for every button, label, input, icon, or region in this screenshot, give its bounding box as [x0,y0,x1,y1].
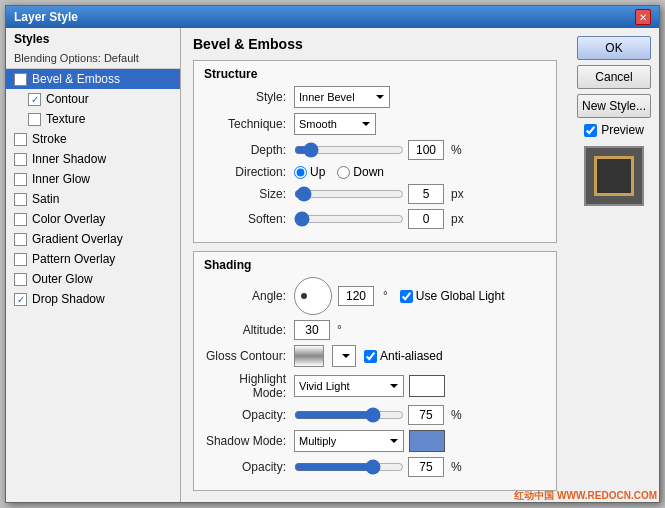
highlight-opacity-slider[interactable] [294,407,404,423]
anti-aliased-checkbox[interactable] [364,350,377,363]
highlight-mode-dropdown[interactable]: Vivid Light Normal Screen Overlay [294,375,404,397]
angle-label: Angle: [204,289,294,303]
shadow-opacity-unit: % [451,460,462,474]
depth-value[interactable]: 100 [408,140,444,160]
checkbox-inner-glow[interactable] [14,173,27,186]
sidebar-label-gradient-overlay: Gradient Overlay [32,232,123,246]
anti-aliased-label[interactable]: Anti-aliased [364,349,443,363]
shadow-mode-dropdown[interactable]: Multiply Normal Overlay [294,430,404,452]
checkbox-outer-glow[interactable] [14,273,27,286]
style-row: Style: Inner Bevel Outer Bevel Emboss Pi… [204,86,546,108]
shadow-color-swatch[interactable] [409,430,445,452]
dialog-body: Styles Blending Options: Default ✓ Bevel… [6,28,659,502]
sidebar-item-outer-glow[interactable]: Outer Glow [6,269,180,289]
new-style-button[interactable]: New Style... [577,94,651,118]
direction-down-text: Down [353,165,384,179]
direction-up-label[interactable]: Up [294,165,325,179]
angle-value[interactable]: 120 [338,286,374,306]
sidebar-item-pattern-overlay[interactable]: Pattern Overlay [6,249,180,269]
angle-row: Angle: 120 ° Use Global Light [204,277,546,315]
global-light-text: Use Global Light [416,289,505,303]
size-slider[interactable] [294,186,404,202]
depth-slider[interactable] [294,142,404,158]
altitude-row: Altitude: 30 ° [204,320,546,340]
checkbox-satin[interactable] [14,193,27,206]
close-button[interactable]: ✕ [635,9,651,25]
angle-degree: ° [383,289,388,303]
altitude-slider-container: 30 ° [294,320,342,340]
sidebar-item-bevel-emboss[interactable]: ✓ Bevel & Emboss [6,69,180,89]
preview-checkbox[interactable] [584,124,597,137]
checkbox-drop-shadow[interactable] [14,293,27,306]
watermark: 红动中国 WWW.REDOCN.COM [514,489,657,503]
soften-slider[interactable] [294,211,404,227]
size-unit: px [451,187,464,201]
shadow-opacity-label: Opacity: [204,460,294,474]
depth-unit: % [451,143,462,157]
checkbox-contour[interactable] [28,93,41,106]
direction-options: Up Down [294,165,384,179]
sidebar-label-inner-shadow: Inner Shadow [32,152,106,166]
sidebar-label-stroke: Stroke [32,132,67,146]
size-label: Size: [204,187,294,201]
gloss-contour-preview[interactable] [294,345,324,367]
styles-heading: Styles [6,28,180,50]
sidebar-item-satin[interactable]: Satin [6,189,180,209]
gloss-contour-arrow[interactable] [332,345,356,367]
shading-section: Shading Angle: 120 ° Use Global Light [193,251,557,491]
direction-down-radio[interactable] [337,166,350,179]
highlight-opacity-value[interactable]: 75 [408,405,444,425]
size-value[interactable]: 5 [408,184,444,204]
altitude-value[interactable]: 30 [294,320,330,340]
sidebar-item-texture[interactable]: Texture [6,109,180,129]
shadow-opacity-slider[interactable] [294,459,404,475]
technique-dropdown[interactable]: Smooth Chisel Hard Chisel Soft [294,113,376,135]
highlight-opacity-label: Opacity: [204,408,294,422]
sidebar-item-drop-shadow[interactable]: Drop Shadow [6,289,180,309]
depth-row: Depth: 100 % [204,140,546,160]
gloss-contour-label: Gloss Contour: [204,349,294,363]
checkbox-pattern-overlay[interactable] [14,253,27,266]
highlight-color-swatch[interactable] [409,375,445,397]
technique-row: Technique: Smooth Chisel Hard Chisel Sof… [204,113,546,135]
direction-down-label[interactable]: Down [337,165,384,179]
shadow-opacity-row: Opacity: 75 % [204,457,546,477]
soften-slider-container: 0 px [294,209,464,229]
shadow-opacity-value[interactable]: 75 [408,457,444,477]
altitude-degree: ° [337,323,342,337]
global-light-checkbox[interactable] [400,290,413,303]
dialog-window: Layer Style ✕ Styles Blending Options: D… [5,5,660,503]
soften-row: Soften: 0 px [204,209,546,229]
sidebar-label-drop-shadow: Drop Shadow [32,292,105,306]
checkbox-stroke[interactable] [14,133,27,146]
direction-label: Direction: [204,165,294,179]
shadow-mode-label: Shadow Mode: [204,434,294,448]
angle-wheel[interactable] [294,277,332,315]
soften-value[interactable]: 0 [408,209,444,229]
preview-inner-box [594,156,634,196]
sidebar-item-gradient-overlay[interactable]: Gradient Overlay [6,229,180,249]
sidebar-item-contour[interactable]: Contour [6,89,180,109]
checkbox-texture[interactable] [28,113,41,126]
sidebar-item-stroke[interactable]: Stroke [6,129,180,149]
sidebar-label-contour: Contour [46,92,89,106]
direction-up-radio[interactable] [294,166,307,179]
checkbox-color-overlay[interactable] [14,213,27,226]
highlight-mode-row: Highlight Mode: Vivid Light Normal Scree… [204,372,546,400]
sidebar-label-satin: Satin [32,192,59,206]
sidebar-item-inner-glow[interactable]: Inner Glow [6,169,180,189]
anti-aliased-text: Anti-aliased [380,349,443,363]
checkbox-bevel-emboss[interactable]: ✓ [14,73,27,86]
sidebar-item-inner-shadow[interactable]: Inner Shadow [6,149,180,169]
structure-section: Structure Style: Inner Bevel Outer Bevel… [193,60,557,243]
cancel-button[interactable]: Cancel [577,65,651,89]
preview-label: Preview [601,123,644,137]
checkbox-gradient-overlay[interactable] [14,233,27,246]
global-light-label[interactable]: Use Global Light [400,289,505,303]
size-row: Size: 5 px [204,184,546,204]
checkbox-inner-shadow[interactable] [14,153,27,166]
sidebar-item-color-overlay[interactable]: Color Overlay [6,209,180,229]
style-dropdown[interactable]: Inner Bevel Outer Bevel Emboss Pillow Em… [294,86,390,108]
ok-button[interactable]: OK [577,36,651,60]
depth-slider-container: 100 % [294,140,462,160]
